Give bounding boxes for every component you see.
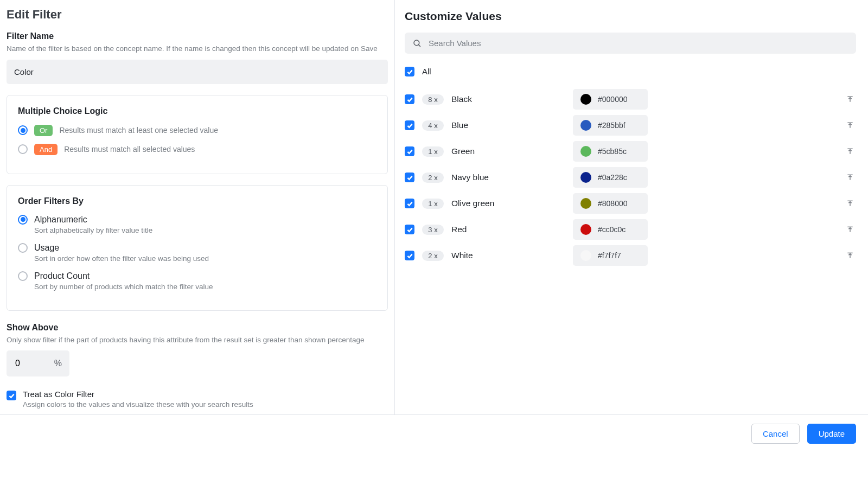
- value-row: 2 xNavy blue#0a228c: [405, 164, 856, 190]
- value-row: 1 xOlive green#808000: [405, 190, 856, 216]
- color-swatch[interactable]: #000000: [573, 89, 648, 110]
- value-checkbox[interactable]: [405, 199, 414, 208]
- value-name-label: Red: [451, 225, 565, 234]
- swatch-dot: [580, 94, 591, 105]
- filter-name-input[interactable]: [7, 60, 388, 84]
- filter-name-label: Filter Name: [7, 31, 388, 41]
- swatch-dot: [580, 120, 591, 131]
- move-to-top-icon[interactable]: [844, 250, 856, 261]
- svg-point-0: [414, 40, 419, 46]
- value-count-badge: 8 x: [422, 94, 444, 105]
- customize-values-title: Customize Values: [405, 10, 856, 23]
- hex-value: #285bbf: [598, 121, 626, 130]
- logic-pill-or: Or: [34, 125, 53, 136]
- swatch-dot: [580, 172, 591, 183]
- hex-value: #0a228c: [598, 173, 627, 182]
- order-title-prod: Product Count: [34, 271, 90, 281]
- value-name-label: White: [451, 251, 565, 260]
- show-above-suffix: %: [54, 359, 62, 368]
- hex-value: #cc0c0c: [598, 225, 626, 234]
- color-swatch[interactable]: #285bbf: [573, 115, 648, 136]
- value-count-badge: 3 x: [422, 225, 444, 235]
- hex-value: #5cb85c: [598, 147, 627, 156]
- order-title-alpha: Alphanumeric: [34, 215, 87, 225]
- swatch-dot: [580, 198, 591, 209]
- filter-name-help: Name of the filter is based on the conce…: [7, 43, 388, 54]
- swatch-dot: [580, 250, 591, 261]
- value-checkbox[interactable]: [405, 146, 414, 156]
- color-swatch[interactable]: #cc0c0c: [573, 219, 648, 240]
- value-count-badge: 1 x: [422, 199, 444, 209]
- page-title: Edit Filter: [7, 8, 388, 22]
- hex-value: #000000: [598, 95, 628, 104]
- value-row: 2 xWhite#f7f7f7: [405, 242, 856, 269]
- swatch-dot: [580, 146, 591, 157]
- move-to-top-icon[interactable]: [844, 224, 856, 235]
- cancel-button[interactable]: Cancel: [751, 424, 800, 444]
- logic-desc-or: Results must match at least one selected…: [59, 126, 218, 135]
- value-checkbox[interactable]: [405, 94, 414, 104]
- logic-radio-and[interactable]: [18, 144, 28, 154]
- order-radio-usage[interactable]: [18, 243, 28, 253]
- move-to-top-icon[interactable]: [844, 145, 856, 157]
- order-radio-alpha[interactable]: [18, 215, 28, 225]
- value-name-label: Black: [451, 94, 565, 104]
- order-option-usage[interactable]: UsageSort in order how often the filter …: [18, 243, 376, 263]
- value-row: 4 xBlue#285bbf: [405, 112, 856, 138]
- value-count-badge: 2 x: [422, 173, 444, 183]
- value-count-badge: 2 x: [422, 251, 444, 261]
- treat-as-color-sub: Assign colors to the values and visualiz…: [23, 400, 253, 408]
- swatch-dot: [580, 224, 591, 235]
- order-filters-card: Order Filters By AlphanumericSort alphab…: [7, 185, 388, 311]
- value-name-label: Navy blue: [451, 173, 565, 182]
- order-title-usage: Usage: [34, 243, 59, 253]
- move-to-top-icon[interactable]: [844, 119, 856, 131]
- logic-option-or[interactable]: OrResults must match at least one select…: [18, 125, 376, 136]
- show-above-input[interactable]: %: [7, 350, 69, 376]
- treat-as-color-checkbox[interactable]: [7, 391, 16, 400]
- treat-as-color-label: Treat as Color Filter: [23, 390, 253, 399]
- value-count-badge: 1 x: [422, 146, 444, 157]
- move-to-top-icon[interactable]: [844, 93, 856, 105]
- svg-line-1: [418, 44, 420, 47]
- hex-value: #808000: [598, 199, 628, 208]
- color-swatch[interactable]: #808000: [573, 193, 648, 214]
- order-sub-prod: Sort by number of products which match t…: [34, 283, 376, 291]
- order-sub-usage: Sort in order how often the filter value…: [34, 254, 376, 263]
- color-swatch[interactable]: #0a228c: [573, 167, 648, 188]
- show-above-help: Only show filter if the part of products…: [7, 335, 388, 346]
- value-name-label: Olive green: [451, 199, 565, 208]
- search-icon: [412, 39, 422, 48]
- logic-option-and[interactable]: AndResults must match all selected value…: [18, 144, 376, 155]
- logic-title: Multiple Choice Logic: [18, 106, 376, 116]
- order-option-prod[interactable]: Product CountSort by number of products …: [18, 271, 376, 291]
- color-swatch[interactable]: #5cb85c: [573, 141, 648, 162]
- value-row: 3 xRed#cc0c0c: [405, 216, 856, 242]
- logic-desc-and: Results must match all selected values: [64, 145, 195, 154]
- move-to-top-icon[interactable]: [844, 197, 856, 209]
- search-values-box[interactable]: [405, 33, 856, 54]
- value-checkbox[interactable]: [405, 173, 414, 182]
- value-name-label: Blue: [451, 120, 565, 130]
- move-to-top-icon[interactable]: [844, 171, 856, 183]
- logic-pill-and: And: [34, 144, 58, 155]
- logic-radio-or[interactable]: [18, 125, 28, 135]
- value-checkbox[interactable]: [405, 251, 414, 260]
- order-title: Order Filters By: [18, 196, 376, 206]
- value-row: 1 xGreen#5cb85c: [405, 138, 856, 164]
- multiple-choice-logic-card: Multiple Choice Logic OrResults must mat…: [7, 95, 388, 174]
- search-values-input[interactable]: [427, 38, 848, 48]
- select-all-label: All: [422, 67, 431, 76]
- hex-value: #f7f7f7: [598, 251, 621, 260]
- color-swatch[interactable]: #f7f7f7: [573, 245, 648, 266]
- value-count-badge: 4 x: [422, 120, 444, 131]
- show-above-value[interactable]: [14, 358, 36, 369]
- order-sub-alpha: Sort alphabetically by filter value titl…: [34, 226, 376, 234]
- order-option-alpha[interactable]: AlphanumericSort alphabetically by filte…: [18, 215, 376, 234]
- update-button[interactable]: Update: [807, 424, 856, 444]
- select-all-checkbox[interactable]: [405, 67, 414, 76]
- order-radio-prod[interactable]: [18, 271, 28, 281]
- value-name-label: Green: [451, 146, 565, 156]
- value-checkbox[interactable]: [405, 120, 414, 130]
- value-checkbox[interactable]: [405, 225, 414, 234]
